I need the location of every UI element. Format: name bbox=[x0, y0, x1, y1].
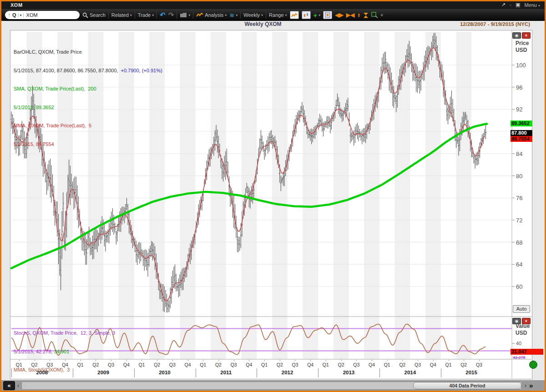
window-restore-icon[interactable]: ▣ bbox=[516, 2, 520, 8]
quarter-tick bbox=[449, 360, 449, 361]
year-separator bbox=[318, 368, 318, 377]
line-chart-icon bbox=[291, 13, 298, 18]
toolbar: ↑ Q ▾ Search Related▾ Trade▾ ↶ ↷ ▾ Analy… bbox=[1, 9, 545, 21]
analysis-menu[interactable]: Analysis▾ bbox=[196, 12, 227, 18]
quarter-tick bbox=[111, 360, 111, 361]
status-green-dot bbox=[529, 361, 537, 369]
quarter-tick bbox=[464, 360, 464, 361]
hourglass-button[interactable] bbox=[363, 12, 369, 18]
quarter-label: Q2 bbox=[154, 362, 160, 367]
chevron-down-icon: ▾ bbox=[225, 13, 227, 17]
quarter-tick bbox=[387, 360, 388, 361]
chart-style-line-button[interactable] bbox=[290, 11, 299, 19]
chart-title: Weekly QXOM bbox=[13, 21, 513, 27]
last-price-tag: 87.800 bbox=[511, 130, 532, 136]
quarter-label: Q1 bbox=[261, 362, 268, 367]
symbol-dropdown-caret[interactable]: ▾ bbox=[18, 13, 24, 17]
chevron-down-icon: ▾ bbox=[538, 4, 540, 8]
year-label: 2015 bbox=[465, 370, 477, 375]
quarter-tick bbox=[65, 360, 66, 361]
symbol-input-group[interactable]: ↑ Q ▾ bbox=[5, 11, 80, 19]
value-axis-label: ValueUSD bbox=[516, 323, 530, 337]
quarter-label: Q4 bbox=[307, 362, 313, 367]
search-icon bbox=[82, 12, 88, 18]
crosshair-button[interactable]: +▾ bbox=[313, 11, 321, 19]
quarter-tick bbox=[310, 360, 311, 361]
quarter-tick bbox=[280, 360, 280, 361]
app-window: XOM ↗ ▫ ▣ Menu ▾ ↑ Q ▾ Search Related▾ T… bbox=[0, 0, 546, 392]
year-separator bbox=[196, 368, 196, 377]
quarter-tick bbox=[172, 360, 173, 361]
toolbar-separator bbox=[193, 11, 193, 19]
quarter-tick bbox=[402, 360, 403, 361]
quarter-label: Q3 bbox=[46, 362, 53, 367]
stoch-axis-tick: 40 bbox=[516, 341, 521, 346]
panel-close-button[interactable]: × bbox=[522, 32, 531, 39]
expand-vertical-button[interactable]: ▲ ▼ bbox=[357, 13, 360, 17]
menu-button[interactable]: Menu ▾ bbox=[524, 2, 540, 8]
quarter-tick bbox=[418, 360, 418, 361]
zoom-select-button[interactable] bbox=[371, 12, 378, 18]
symbol-input[interactable] bbox=[25, 12, 59, 18]
analysis-zigzag-icon bbox=[196, 13, 203, 17]
chevron-down-icon: ▾ bbox=[285, 13, 287, 17]
toolbar-separator bbox=[108, 11, 109, 19]
quarter-label: Q1 bbox=[200, 362, 206, 367]
quarter-label: Q2 bbox=[31, 362, 38, 367]
search-button[interactable]: Search bbox=[82, 12, 106, 18]
crosshair-icon: + bbox=[313, 11, 318, 19]
scroll-far-right-button[interactable]: » bbox=[529, 382, 533, 389]
price-tick-label: 100 bbox=[516, 62, 526, 69]
undo-button[interactable]: ↶ bbox=[160, 11, 166, 19]
chevron-down-icon: ▾ bbox=[236, 13, 238, 17]
waves-menu[interactable]: ≋▾ bbox=[229, 12, 238, 19]
period-menu[interactable]: Weekly▾ bbox=[243, 12, 263, 18]
auto-scale-button[interactable]: Auto bbox=[513, 305, 530, 313]
quarter-label: Q1 bbox=[323, 362, 329, 367]
trade-menu[interactable]: Trade▾ bbox=[138, 12, 154, 18]
year-separator bbox=[441, 368, 441, 377]
quarter-label: Q4 bbox=[246, 362, 252, 367]
quarter-label: Q1 bbox=[138, 362, 145, 367]
external-link-icon[interactable]: ↗ bbox=[501, 2, 506, 8]
range-menu[interactable]: Range▾ bbox=[269, 12, 287, 18]
compress-horizontal-button[interactable]: ▶◀ bbox=[346, 12, 354, 18]
waves-icon: ≋ bbox=[229, 12, 234, 19]
pin-icon[interactable]: ▫ bbox=[510, 2, 511, 8]
scrollbar-thumb[interactable]: 404 Data Period bbox=[413, 382, 521, 389]
chart-style-candle-button[interactable] bbox=[302, 11, 311, 19]
price-axis-label: PriceUSD bbox=[516, 40, 529, 54]
sma-price-tag: 89.3652 bbox=[511, 121, 532, 126]
toolbar-separator bbox=[177, 11, 177, 19]
title-bar: XOM ↗ ▫ ▣ Menu ▾ bbox=[1, 1, 545, 9]
quarter-tick bbox=[19, 360, 20, 361]
scrollbar-track[interactable]: 404 Data Period bbox=[21, 382, 522, 390]
toolbar-separator bbox=[266, 11, 266, 19]
more-tools-button[interactable]: » bbox=[379, 14, 385, 16]
panel-settings-button[interactable]: ◉ bbox=[512, 32, 521, 39]
chart-date-range: 12/28/2007 - 9/19/2015 (NYC) bbox=[460, 21, 530, 27]
folder-icon bbox=[180, 12, 187, 18]
quarter-tick bbox=[234, 360, 234, 361]
quarter-tick bbox=[264, 360, 265, 361]
price-tick-label: 72 bbox=[516, 217, 522, 224]
related-menu[interactable]: Related▾ bbox=[111, 12, 132, 18]
quarter-label: Q4 bbox=[185, 362, 191, 367]
scroll-far-left-button[interactable]: « bbox=[3, 381, 15, 390]
scroll-right-button[interactable]: › bbox=[525, 382, 526, 389]
note-icon bbox=[325, 12, 330, 18]
legend-mma-series: MMA, QXOM, Trade Price(Last), 5 bbox=[14, 123, 162, 129]
stoch-secondary-tag: 42.278 bbox=[513, 355, 526, 360]
scroll-left-button[interactable]: ‹ bbox=[17, 382, 19, 389]
redo-button[interactable]: ↷ bbox=[168, 11, 174, 19]
annotation-button[interactable] bbox=[323, 11, 332, 19]
year-separator bbox=[257, 368, 257, 377]
year-label: 2010 bbox=[159, 370, 171, 375]
quarter-label: Q3 bbox=[476, 362, 482, 367]
quarter-tick bbox=[295, 360, 295, 361]
legend-stoch-signal: 34.901 bbox=[54, 349, 70, 354]
quarter-tick bbox=[157, 360, 157, 361]
quarter-tick bbox=[203, 360, 203, 361]
expand-horizontal-button[interactable]: ◀▶ bbox=[335, 12, 343, 18]
layouts-folder-button[interactable]: ▾ bbox=[180, 12, 190, 18]
